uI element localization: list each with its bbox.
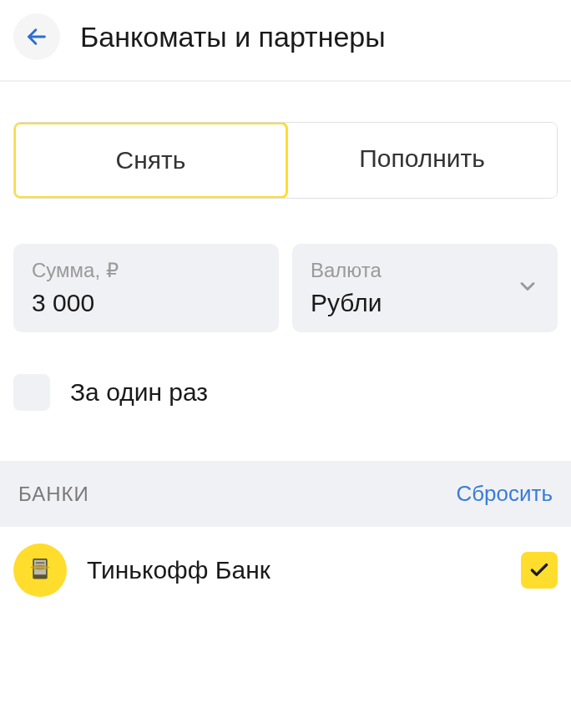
bank-logo-icon [13,543,67,597]
bank-name: Тинькофф Банк [87,556,501,584]
once-checkbox-label: За один раз [70,378,208,407]
once-checkbox[interactable] [13,374,50,411]
amount-input[interactable]: Сумма, ₽ 3 000 [13,244,279,332]
header: Банкоматы и партнеры [0,0,571,80]
currency-label: Валюта [311,259,539,282]
tab-withdraw[interactable]: Снять [13,122,288,199]
currency-value: Рубли [311,289,539,317]
amount-label: Сумма, ₽ [32,259,260,282]
tabs: Снять Пополнить [13,122,558,199]
check-icon [528,559,550,581]
banks-section-header: БАНКИ Сбросить [0,461,571,527]
divider [0,80,571,82]
bank-row[interactable]: Тинькофф Банк [0,527,571,614]
page-title: Банкоматы и партнеры [80,21,386,53]
back-button[interactable] [13,13,60,60]
chevron-down-icon [516,275,539,301]
tab-deposit[interactable]: Пополнить [287,123,557,198]
reset-link[interactable]: Сбросить [456,481,553,507]
arrow-left-icon [25,25,48,48]
amount-value: 3 000 [32,289,260,317]
bank-checkbox[interactable] [521,552,558,589]
banks-section-title: БАНКИ [18,483,89,506]
input-row: Сумма, ₽ 3 000 Валюта Рубли [13,244,558,332]
once-checkbox-row: За один раз [13,374,558,411]
currency-select[interactable]: Валюта Рубли [292,244,558,332]
